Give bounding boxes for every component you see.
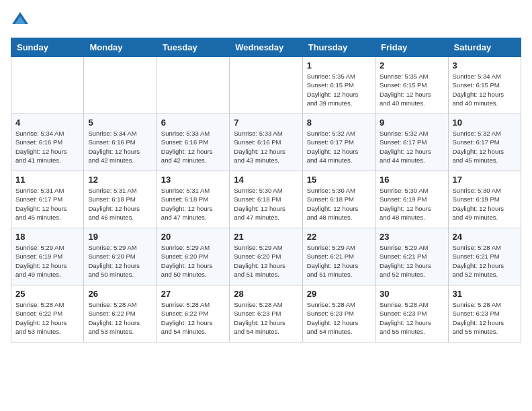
calendar-cell: 26Sunrise: 5:28 AM Sunset: 6:22 PM Dayli… bbox=[84, 285, 157, 342]
day-number: 20 bbox=[161, 232, 225, 242]
calendar-cell: 17Sunrise: 5:30 AM Sunset: 6:19 PM Dayli… bbox=[448, 171, 521, 228]
calendar-cell bbox=[84, 57, 157, 114]
calendar-cell: 15Sunrise: 5:30 AM Sunset: 6:18 PM Dayli… bbox=[302, 171, 375, 228]
day-info: Sunrise: 5:29 AM Sunset: 6:19 PM Dayligh… bbox=[15, 243, 79, 279]
day-info: Sunrise: 5:28 AM Sunset: 6:21 PM Dayligh… bbox=[453, 243, 517, 279]
calendar-cell bbox=[230, 57, 302, 114]
day-number: 29 bbox=[307, 289, 371, 299]
weekday-header-tuesday: Tuesday bbox=[157, 38, 229, 57]
day-info: Sunrise: 5:28 AM Sunset: 6:23 PM Dayligh… bbox=[453, 300, 517, 336]
day-info: Sunrise: 5:32 AM Sunset: 6:17 PM Dayligh… bbox=[307, 129, 371, 165]
day-info: Sunrise: 5:33 AM Sunset: 6:16 PM Dayligh… bbox=[234, 129, 298, 165]
calendar-week-row: 18Sunrise: 5:29 AM Sunset: 6:19 PM Dayli… bbox=[11, 228, 521, 285]
calendar-cell: 2Sunrise: 5:35 AM Sunset: 6:15 PM Daylig… bbox=[375, 57, 448, 114]
calendar-cell: 1Sunrise: 5:35 AM Sunset: 6:15 PM Daylig… bbox=[302, 57, 375, 114]
day-info: Sunrise: 5:32 AM Sunset: 6:17 PM Dayligh… bbox=[380, 129, 443, 165]
calendar-week-row: 1Sunrise: 5:35 AM Sunset: 6:15 PM Daylig… bbox=[11, 57, 521, 114]
day-info: Sunrise: 5:28 AM Sunset: 6:22 PM Dayligh… bbox=[15, 300, 79, 336]
day-number: 12 bbox=[88, 175, 152, 185]
day-info: Sunrise: 5:29 AM Sunset: 6:21 PM Dayligh… bbox=[380, 243, 443, 279]
day-info: Sunrise: 5:28 AM Sunset: 6:23 PM Dayligh… bbox=[380, 300, 443, 336]
calendar-cell: 28Sunrise: 5:28 AM Sunset: 6:23 PM Dayli… bbox=[230, 285, 302, 342]
calendar-cell: 24Sunrise: 5:28 AM Sunset: 6:21 PM Dayli… bbox=[448, 228, 521, 285]
calendar-week-row: 25Sunrise: 5:28 AM Sunset: 6:22 PM Dayli… bbox=[11, 285, 521, 342]
calendar-cell: 30Sunrise: 5:28 AM Sunset: 6:23 PM Dayli… bbox=[375, 285, 448, 342]
day-number: 11 bbox=[15, 175, 79, 185]
calendar-cell: 19Sunrise: 5:29 AM Sunset: 6:20 PM Dayli… bbox=[84, 228, 157, 285]
calendar-cell: 13Sunrise: 5:31 AM Sunset: 6:18 PM Dayli… bbox=[157, 171, 229, 228]
calendar-cell: 9Sunrise: 5:32 AM Sunset: 6:17 PM Daylig… bbox=[375, 114, 448, 171]
day-number: 13 bbox=[161, 175, 225, 185]
calendar-cell: 22Sunrise: 5:29 AM Sunset: 6:21 PM Dayli… bbox=[302, 228, 375, 285]
calendar-cell: 14Sunrise: 5:30 AM Sunset: 6:18 PM Dayli… bbox=[230, 171, 302, 228]
day-info: Sunrise: 5:30 AM Sunset: 6:19 PM Dayligh… bbox=[380, 186, 443, 222]
day-info: Sunrise: 5:35 AM Sunset: 6:15 PM Dayligh… bbox=[380, 72, 443, 107]
day-info: Sunrise: 5:31 AM Sunset: 6:18 PM Dayligh… bbox=[88, 186, 152, 222]
weekday-header-friday: Friday bbox=[375, 38, 448, 57]
day-info: Sunrise: 5:34 AM Sunset: 6:16 PM Dayligh… bbox=[15, 129, 79, 165]
day-info: Sunrise: 5:28 AM Sunset: 6:23 PM Dayligh… bbox=[307, 300, 371, 336]
day-info: Sunrise: 5:31 AM Sunset: 6:18 PM Dayligh… bbox=[161, 186, 225, 222]
day-number: 30 bbox=[380, 289, 443, 299]
day-number: 25 bbox=[15, 289, 79, 299]
day-number: 16 bbox=[380, 175, 443, 185]
calendar-cell: 3Sunrise: 5:34 AM Sunset: 6:15 PM Daylig… bbox=[448, 57, 521, 114]
day-number: 1 bbox=[307, 60, 371, 71]
day-number: 10 bbox=[453, 118, 517, 128]
weekday-header-thursday: Thursday bbox=[302, 38, 375, 57]
calendar-cell bbox=[157, 57, 229, 114]
day-number: 31 bbox=[453, 289, 517, 299]
day-number: 26 bbox=[88, 289, 152, 299]
calendar-cell: 23Sunrise: 5:29 AM Sunset: 6:21 PM Dayli… bbox=[375, 228, 448, 285]
day-number: 4 bbox=[15, 118, 79, 128]
calendar-cell: 5Sunrise: 5:34 AM Sunset: 6:16 PM Daylig… bbox=[84, 114, 157, 171]
day-info: Sunrise: 5:32 AM Sunset: 6:17 PM Dayligh… bbox=[453, 129, 517, 165]
day-number: 18 bbox=[15, 232, 79, 242]
logo-icon bbox=[11, 11, 30, 30]
day-number: 17 bbox=[453, 175, 517, 185]
day-number: 9 bbox=[380, 118, 443, 128]
day-number: 23 bbox=[380, 232, 443, 242]
day-number: 6 bbox=[161, 118, 225, 128]
day-info: Sunrise: 5:30 AM Sunset: 6:18 PM Dayligh… bbox=[234, 186, 298, 222]
day-info: Sunrise: 5:28 AM Sunset: 6:22 PM Dayligh… bbox=[88, 300, 152, 336]
calendar-week-row: 11Sunrise: 5:31 AM Sunset: 6:17 PM Dayli… bbox=[11, 171, 521, 228]
calendar-cell bbox=[11, 57, 84, 114]
weekday-header-monday: Monday bbox=[84, 38, 157, 57]
calendar-table: SundayMondayTuesdayWednesdayThursdayFrid… bbox=[11, 38, 521, 342]
day-number: 21 bbox=[234, 232, 298, 242]
calendar-cell: 29Sunrise: 5:28 AM Sunset: 6:23 PM Dayli… bbox=[302, 285, 375, 342]
calendar-cell: 6Sunrise: 5:33 AM Sunset: 6:16 PM Daylig… bbox=[157, 114, 229, 171]
day-number: 2 bbox=[380, 60, 443, 71]
day-info: Sunrise: 5:28 AM Sunset: 6:22 PM Dayligh… bbox=[161, 300, 225, 336]
calendar-cell: 16Sunrise: 5:30 AM Sunset: 6:19 PM Dayli… bbox=[375, 171, 448, 228]
day-info: Sunrise: 5:29 AM Sunset: 6:20 PM Dayligh… bbox=[88, 243, 152, 279]
calendar-cell: 8Sunrise: 5:32 AM Sunset: 6:17 PM Daylig… bbox=[302, 114, 375, 171]
day-info: Sunrise: 5:30 AM Sunset: 6:19 PM Dayligh… bbox=[453, 186, 517, 222]
calendar-cell: 10Sunrise: 5:32 AM Sunset: 6:17 PM Dayli… bbox=[448, 114, 521, 171]
day-number: 22 bbox=[307, 232, 371, 242]
calendar-cell: 31Sunrise: 5:28 AM Sunset: 6:23 PM Dayli… bbox=[448, 285, 521, 342]
day-number: 5 bbox=[88, 118, 152, 128]
calendar-cell: 4Sunrise: 5:34 AM Sunset: 6:16 PM Daylig… bbox=[11, 114, 84, 171]
calendar-week-row: 4Sunrise: 5:34 AM Sunset: 6:16 PM Daylig… bbox=[11, 114, 521, 171]
day-number: 15 bbox=[307, 175, 371, 185]
day-info: Sunrise: 5:30 AM Sunset: 6:18 PM Dayligh… bbox=[307, 186, 371, 222]
day-info: Sunrise: 5:29 AM Sunset: 6:20 PM Dayligh… bbox=[161, 243, 225, 279]
day-info: Sunrise: 5:35 AM Sunset: 6:15 PM Dayligh… bbox=[307, 72, 371, 107]
day-number: 27 bbox=[161, 289, 225, 299]
calendar-cell: 21Sunrise: 5:29 AM Sunset: 6:20 PM Dayli… bbox=[230, 228, 302, 285]
day-info: Sunrise: 5:29 AM Sunset: 6:21 PM Dayligh… bbox=[307, 243, 371, 279]
day-number: 14 bbox=[234, 175, 298, 185]
calendar-cell: 20Sunrise: 5:29 AM Sunset: 6:20 PM Dayli… bbox=[157, 228, 229, 285]
day-number: 19 bbox=[88, 232, 152, 242]
logo bbox=[11, 11, 32, 30]
calendar-header-row: SundayMondayTuesdayWednesdayThursdayFrid… bbox=[11, 38, 521, 57]
day-number: 28 bbox=[234, 289, 298, 299]
weekday-header-sunday: Sunday bbox=[11, 38, 84, 57]
calendar-cell: 12Sunrise: 5:31 AM Sunset: 6:18 PM Dayli… bbox=[84, 171, 157, 228]
day-number: 7 bbox=[234, 118, 298, 128]
calendar-cell: 18Sunrise: 5:29 AM Sunset: 6:19 PM Dayli… bbox=[11, 228, 84, 285]
weekday-header-saturday: Saturday bbox=[448, 38, 521, 57]
calendar-cell: 25Sunrise: 5:28 AM Sunset: 6:22 PM Dayli… bbox=[11, 285, 84, 342]
